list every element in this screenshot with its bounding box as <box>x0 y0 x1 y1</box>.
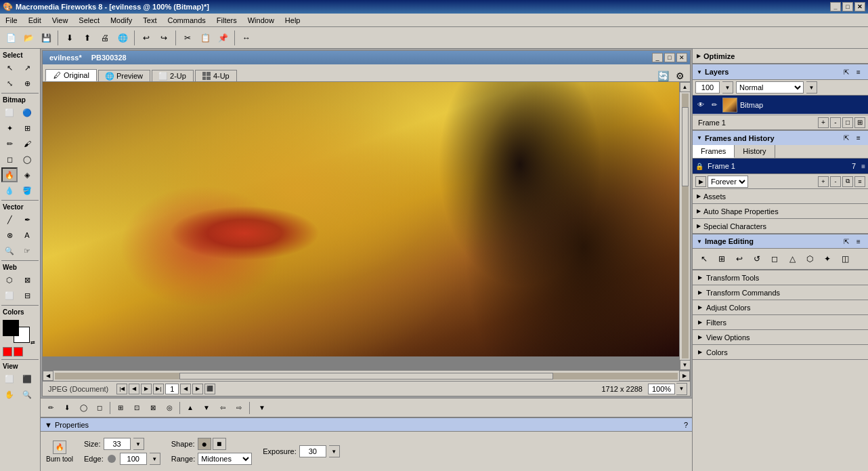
magic-wand-tool[interactable]: ✦ <box>1 121 18 136</box>
transform-commands-section[interactable]: ▶ Transform Commands <box>693 285 868 300</box>
range-select[interactable]: Midtones Shadows Highlights <box>198 453 252 465</box>
new-mask-btn[interactable]: ⊞ <box>854 117 865 128</box>
duplicate-frame-btn[interactable]: ⧉ <box>842 176 853 187</box>
vscroll-thumb[interactable] <box>682 107 689 186</box>
brush-tool[interactable]: 🖌 <box>19 136 35 151</box>
frame-next-button[interactable]: ▶| <box>153 384 164 394</box>
ie-transform-btn[interactable]: ⊞ <box>714 251 729 266</box>
hand-view-tool[interactable]: ✋ <box>1 387 18 402</box>
ie-eraser-btn[interactable]: ◻ <box>767 251 782 266</box>
properties-help[interactable]: ? <box>684 421 688 429</box>
scale-tool[interactable]: ⊕ <box>19 76 35 91</box>
menu-view[interactable]: View <box>49 15 71 26</box>
colors-bottom-section[interactable]: ▶ Colors <box>693 345 868 360</box>
zoom-dropdown[interactable]: ▼ <box>676 383 687 395</box>
image-editing-header[interactable]: ▼ Image Editing ⇱ ≡ <box>693 234 868 249</box>
zoom-input[interactable] <box>648 384 675 394</box>
doc-tab-pb300328[interactable]: PB300328 <box>87 54 131 62</box>
eye-dropper-tool[interactable]: 💧 <box>1 183 18 198</box>
transform-button[interactable]: ↔ <box>238 30 255 46</box>
frames-header[interactable]: ▼ Frames and History ⇱ ≡ <box>693 130 868 145</box>
ie-undo-btn[interactable]: ↩ <box>732 251 747 266</box>
new-bitmap-btn[interactable]: □ <box>842 117 853 128</box>
paste-button[interactable]: 📌 <box>215 30 231 46</box>
layers-expand-btn[interactable]: ⇱ <box>841 66 852 77</box>
btm-btn-5[interactable]: ⊞ <box>113 401 128 415</box>
edge-dropdown[interactable]: ▼ <box>150 453 160 465</box>
menu-file[interactable]: File <box>3 15 20 26</box>
ie-options-btn[interactable]: ≡ <box>853 236 864 247</box>
size-dropdown[interactable]: ▼ <box>133 438 144 450</box>
add-layer-btn[interactable]: + <box>818 117 829 128</box>
blend-dropdown[interactable]: ▼ <box>806 81 817 94</box>
adjust-colors-section[interactable]: ▶ Adjust Colors <box>693 300 868 315</box>
full-screen-tool[interactable]: ⬛ <box>19 371 35 386</box>
menu-commands[interactable]: Commands <box>165 15 209 26</box>
menu-help[interactable]: Help <box>282 15 303 26</box>
vscroll-down-button[interactable]: ▼ <box>680 360 691 370</box>
frames-tab-frames[interactable]: Frames <box>693 145 735 158</box>
standard-screen-tool[interactable]: ⬜ <box>1 371 18 386</box>
frame-prev-button[interactable]: ◀ <box>129 384 139 394</box>
hscroll-track[interactable] <box>55 373 678 380</box>
add-frame-btn[interactable]: + <box>818 176 829 187</box>
ie-dodge-btn[interactable]: ⬡ <box>802 251 817 266</box>
delete-layer-btn[interactable]: - <box>830 117 841 128</box>
hand-tool[interactable]: ☞ <box>19 243 35 258</box>
pointer-tool[interactable]: ↖ <box>1 60 18 75</box>
marquee-tool[interactable]: ⬜ <box>1 105 18 120</box>
btm-btn-8[interactable]: ◎ <box>162 401 177 415</box>
ie-restore-btn[interactable]: ↺ <box>750 251 764 266</box>
frames-tab-history[interactable]: History <box>735 145 775 158</box>
edge-input[interactable] <box>120 453 147 465</box>
hide-slices-tool[interactable]: ⬜ <box>1 288 18 303</box>
tab-preview[interactable]: 🌐 Preview <box>98 70 150 81</box>
vector-path-tool[interactable]: ⊗ <box>1 228 18 243</box>
canvas-wrapper[interactable] <box>43 82 679 370</box>
settings-button[interactable]: ⚙ <box>673 70 687 81</box>
zoom-tool[interactable]: 🔍 <box>1 243 18 258</box>
opacity-input[interactable] <box>695 81 720 94</box>
menu-text[interactable]: Text <box>140 15 159 26</box>
vertical-scrollbar[interactable]: ▲ ▼ <box>679 82 690 370</box>
frame-play-button[interactable]: ▶ <box>141 384 152 394</box>
frames-expand-btn[interactable]: ⇱ <box>841 133 852 144</box>
exposure-input[interactable] <box>299 445 326 457</box>
text-tool[interactable]: A <box>19 228 35 243</box>
dropdown-btn[interactable]: ▼ <box>253 401 272 415</box>
slice-tool[interactable]: ⊠ <box>19 272 35 287</box>
opacity-dropdown[interactable]: ▼ <box>722 81 733 94</box>
line-tool[interactable]: ╱ <box>1 212 18 227</box>
ie-smudge-btn[interactable]: ✦ <box>820 251 835 266</box>
menu-filters[interactable]: Filters <box>214 15 240 26</box>
frames-play-btn[interactable]: ▶ <box>695 176 706 187</box>
paint-bucket-tool[interactable]: 🪣 <box>19 183 35 198</box>
layer-visibility-btn[interactable]: 👁 <box>695 100 706 110</box>
assets-section[interactable]: ▶ Assets <box>693 189 868 204</box>
open-button[interactable]: 📂 <box>20 30 37 46</box>
hscroll-left-button[interactable]: ◀ <box>43 371 53 381</box>
export-button[interactable]: ⬆ <box>79 30 95 46</box>
stop-button[interactable]: ⬛ <box>204 384 215 394</box>
layers-options-btn[interactable]: ≡ <box>853 66 864 77</box>
minimize-button[interactable]: _ <box>830 2 841 12</box>
size-input[interactable] <box>104 438 131 450</box>
close-button[interactable]: ✕ <box>854 2 865 12</box>
tab-4up[interactable]: 4-Up <box>195 70 237 81</box>
rubber-stamp-tool[interactable]: ◈ <box>19 167 35 182</box>
btm-btn-11[interactable]: ⇦ <box>215 401 230 415</box>
save-button[interactable]: 💾 <box>38 30 54 46</box>
maximize-button[interactable]: □ <box>842 2 853 12</box>
new-button[interactable]: 📄 <box>3 30 19 46</box>
frame-forward-button[interactable]: ▶ <box>192 384 203 394</box>
special-chars-section[interactable]: ▶ Special Characters <box>693 219 868 234</box>
doc-close-button[interactable]: ✕ <box>676 53 687 62</box>
import-button-btm[interactable]: ⬇ <box>60 401 74 415</box>
refresh-button[interactable]: 🔄 <box>655 70 672 81</box>
fill-swatch[interactable] <box>14 347 23 356</box>
menu-window[interactable]: Window <box>245 15 277 26</box>
btm-btn-9[interactable]: ▲ <box>183 401 198 415</box>
filters-section[interactable]: ▶ Filters <box>693 315 868 330</box>
frames-options-btn[interactable]: ≡ <box>853 133 864 144</box>
pencil-tool[interactable]: ✏ <box>1 136 18 151</box>
